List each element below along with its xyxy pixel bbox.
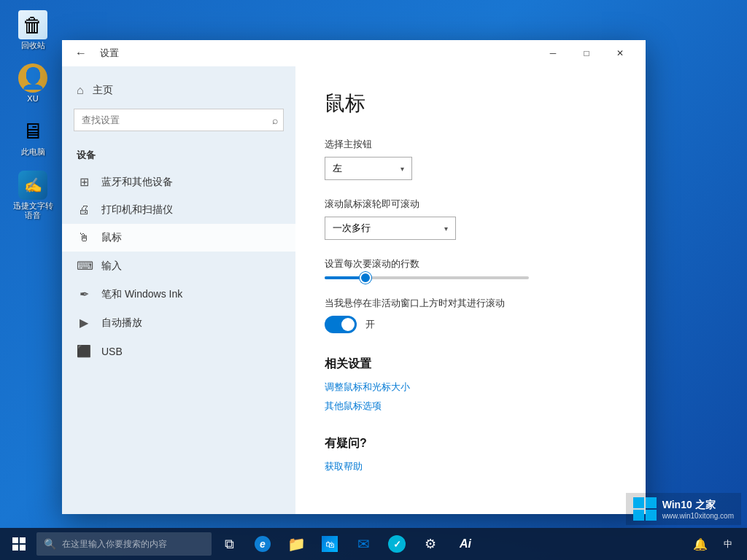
taskbar-right: 🔔 中: [687, 528, 744, 560]
sidebar-home[interactable]: ⌂ 主页: [62, 78, 295, 103]
windows-logo-icon: [12, 537, 26, 551]
dropdown-arrow-icon: ▾: [400, 165, 404, 173]
scroll-lines-label: 设置每次要滚动的行数: [325, 257, 616, 271]
sidebar-item-mouse[interactable]: 🖱 鼠标: [62, 224, 295, 252]
start-button[interactable]: [3, 528, 35, 560]
recycle-bin-icon: 🗑: [18, 10, 47, 39]
search-box: ⌕: [74, 109, 284, 131]
minimize-button[interactable]: ─: [536, 40, 570, 66]
taskbar-blue-app[interactable]: ✓: [381, 528, 413, 560]
slider-track: [325, 276, 529, 279]
scroll-dropdown-arrow-icon: ▾: [444, 225, 448, 233]
voice-icon: ✍: [18, 171, 47, 200]
faq-title: 有疑问?: [325, 436, 616, 451]
primary-button-value: 左: [333, 162, 342, 175]
usb-label: USB: [101, 346, 123, 357]
sidebar-item-bluetooth[interactable]: ⊞ 蓝牙和其他设备: [62, 168, 295, 196]
desktop: 🗑 回收站 👤 XU 🖥 此电脑 ✍ 迅捷文字转语音 ← 设置 ─: [0, 0, 747, 560]
voice-label: 迅捷文字转语音: [10, 201, 55, 220]
ai-label: Ai: [460, 537, 471, 551]
autoplay-icon: ▶: [77, 316, 91, 330]
other-mouse-options-link[interactable]: 其他鼠标选项: [325, 400, 616, 413]
pen-icon: ✒: [77, 287, 91, 301]
maximize-button[interactable]: □: [570, 40, 603, 66]
scroll-label: 滚动鼠标滚轮即可滚动: [325, 198, 616, 211]
win10-subtitle: www.win10xitong.com: [662, 512, 734, 520]
mouse-icon: 🖱: [77, 231, 91, 244]
inactive-scroll-toggle-row: 开: [325, 316, 616, 333]
inactive-scroll-label: 当我悬停在非活动窗口上方时对其进行滚动: [325, 297, 616, 310]
get-help-link[interactable]: 获取帮助: [325, 460, 616, 473]
sidebar-item-usb[interactable]: ⬛ USB: [62, 337, 295, 365]
taskbar-mail[interactable]: ✉: [347, 528, 379, 560]
bluetooth-label: 蓝牙和其他设备: [101, 176, 173, 189]
pc-icon: 🖥: [18, 117, 47, 146]
mouse-cursor-size-link[interactable]: 调整鼠标和光标大小: [325, 381, 616, 394]
slider-thumb[interactable]: [360, 272, 371, 284]
taskbar-explorer[interactable]: 📁: [280, 528, 312, 560]
pen-label: 笔和 Windows Ink: [101, 288, 182, 301]
primary-button-dropdown[interactable]: 左 ▾: [325, 157, 412, 180]
store-icon: 🛍: [322, 536, 338, 552]
close-button[interactable]: ✕: [603, 40, 637, 66]
desktop-icons: 🗑 回收站 👤 XU 🖥 此电脑 ✍ 迅捷文字转语音: [7, 7, 58, 223]
task-view-icon: ⧉: [225, 537, 234, 552]
scroll-lines-slider[interactable]: [325, 276, 616, 279]
user-icon: 👤: [18, 63, 47, 93]
content-area: ⌂ 主页 ⌕ 设备 ⊞ 蓝牙和其他设备 🖨 打印机和扫描仪 🖱: [62, 66, 646, 514]
taskbar-edge[interactable]: e: [247, 528, 279, 560]
page-title: 鼠标: [325, 90, 616, 117]
main-content: 鼠标 选择主按钮 左 ▾ 滚动鼠标滚轮即可滚动 一次多行 ▾: [295, 66, 646, 514]
sidebar-item-input[interactable]: ⌨ 输入: [62, 252, 295, 280]
related-settings-title: 相关设置: [325, 357, 616, 372]
sidebar-item-printer[interactable]: 🖨 打印机和扫描仪: [62, 196, 295, 224]
search-input[interactable]: [74, 109, 284, 131]
language-indicator[interactable]: 中: [715, 528, 741, 560]
user-label: XU: [27, 94, 38, 104]
ai-area: Ai: [448, 528, 483, 560]
win10-watermark: Win10 之家 www.win10xitong.com: [626, 493, 741, 525]
blue-app-icon: ✓: [388, 535, 406, 553]
sidebar-section-title: 设备: [62, 143, 295, 168]
usb-icon: ⬛: [77, 344, 91, 358]
taskbar-search-box[interactable]: 🔍 在这里输入你要搜索的内容: [36, 532, 212, 556]
bluetooth-icon: ⊞: [77, 175, 91, 189]
home-icon: ⌂: [77, 84, 84, 97]
inactive-scroll-toggle[interactable]: [325, 316, 357, 333]
scroll-value: 一次多行: [333, 222, 371, 235]
mail-icon: ✉: [357, 535, 370, 553]
win10-label: Win10 之家: [662, 499, 716, 510]
primary-button-label: 选择主按钮: [325, 138, 616, 151]
taskbar-settings-app[interactable]: ⚙: [414, 528, 446, 560]
sidebar-item-pen[interactable]: ✒ 笔和 Windows Ink: [62, 280, 295, 308]
window-controls: ─ □ ✕: [536, 40, 637, 66]
pc-label: 此电脑: [21, 147, 45, 157]
scroll-dropdown[interactable]: 一次多行 ▾: [325, 217, 456, 240]
printer-label: 打印机和扫描仪: [101, 203, 173, 217]
back-button[interactable]: ←: [71, 45, 91, 61]
keyboard-icon: ⌨: [77, 259, 91, 273]
taskbar-search-placeholder: 在这里输入你要搜索的内容: [62, 538, 167, 551]
title-bar: ← 设置 ─ □ ✕: [62, 40, 646, 66]
title-bar-left: ← 设置: [71, 45, 536, 61]
primary-button-group: 选择主按钮 左 ▾: [325, 138, 616, 180]
desktop-icon-recycle[interactable]: 🗑 回收站: [7, 7, 58, 53]
search-icon[interactable]: ⌕: [272, 114, 278, 126]
recycle-bin-label: 回收站: [21, 41, 45, 50]
win-logo-icon: [633, 497, 657, 521]
taskbar: 🔍 在这里输入你要搜索的内容 ⧉ e 📁 🛍 ✉ ✓ ⚙ Ai: [0, 528, 747, 560]
desktop-icon-user[interactable]: 👤 XU: [7, 61, 58, 106]
settings-window: ← 设置 ─ □ ✕ ⌂ 主页 ⌕ 设备: [62, 40, 646, 514]
win10-info: Win10 之家 www.win10xitong.com: [662, 498, 734, 520]
notifications-icon[interactable]: 🔔: [687, 528, 713, 560]
sidebar-item-autoplay[interactable]: ▶ 自动播放: [62, 308, 295, 337]
taskbar-store[interactable]: 🛍: [314, 528, 346, 560]
input-label: 输入: [101, 260, 122, 273]
task-view-button[interactable]: ⧉: [213, 528, 245, 560]
autoplay-label: 自动播放: [101, 316, 142, 330]
desktop-icon-pc[interactable]: 🖥 此电脑: [7, 114, 58, 160]
home-label: 主页: [93, 84, 113, 97]
desktop-icon-voice[interactable]: ✍ 迅捷文字转语音: [7, 168, 58, 223]
gear-icon: ⚙: [425, 536, 436, 552]
scroll-setting-group: 滚动鼠标滚轮即可滚动 一次多行 ▾: [325, 198, 616, 240]
